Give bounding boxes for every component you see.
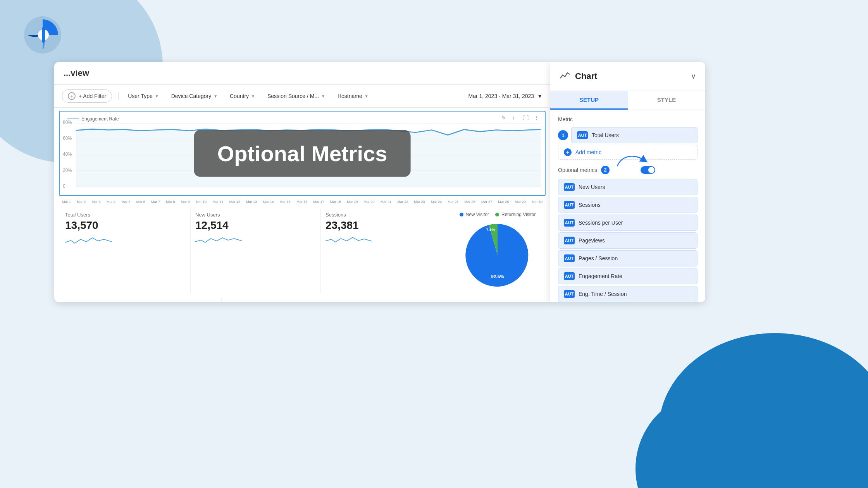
- filter-bar: + + Add Filter User Type ▼ Device Catego…: [54, 85, 550, 108]
- filter-session-source[interactable]: Session Source / M... ▼: [264, 91, 328, 101]
- edit-icon[interactable]: ✎: [501, 115, 509, 122]
- primary-metric-name: Total Users: [592, 132, 692, 138]
- filter-separator: [118, 92, 119, 100]
- optional-metrics-text: Optional Metrics: [217, 141, 388, 166]
- add-filter-label: + Add Filter: [79, 93, 106, 99]
- filter-user-type-label: User Type: [128, 93, 153, 99]
- primary-metric-row[interactable]: AUT Total Users: [571, 127, 698, 143]
- filter-hostname[interactable]: Hostname ▼: [334, 91, 372, 101]
- svg-text:40%: 40%: [63, 151, 72, 156]
- add-filter-button[interactable]: + + Add Filter: [62, 89, 112, 103]
- optional-metric-new-users[interactable]: AUT New Users: [558, 179, 698, 195]
- x-axis-labels: Mar 1Mar 2Mar 3 Mar 4Mar 5Mar 6 Mar 7Mar…: [54, 199, 550, 204]
- filter-country-label: Country: [230, 93, 249, 99]
- sparkline-new-users: [195, 235, 242, 246]
- svg-text:7.5%: 7.5%: [486, 227, 495, 232]
- badge-1: 1: [558, 130, 568, 140]
- svg-rect-2: [42, 27, 45, 43]
- metric-badge-sessions: AUT: [564, 201, 575, 209]
- legend-dot-new: [460, 213, 463, 217]
- tab-style[interactable]: STYLE: [628, 91, 705, 110]
- legend-new-visitor: New Visitor: [460, 212, 489, 217]
- stat-sessions-per-user: Sessions per User 1.7: [60, 298, 222, 302]
- add-metric-label: Add metric: [575, 149, 601, 155]
- tab-row: SETUP STYLE: [550, 91, 705, 110]
- optional-metric-sessions-per-user[interactable]: AUT Sessions per User: [558, 215, 698, 231]
- optional-metrics-header-label: Optional metrics: [558, 167, 597, 173]
- logo: [23, 15, 62, 54]
- stat-pps-label: Pages / Session: [388, 301, 539, 302]
- date-range-picker[interactable]: Mar 1, 2023 - Mar 31, 2023 ▼: [468, 93, 542, 99]
- filter-user-type-arrow: ▼: [155, 94, 159, 98]
- tab-setup[interactable]: SETUP: [550, 91, 628, 110]
- svg-text:60%: 60%: [63, 136, 72, 141]
- chart-panel-header: Chart ∨: [550, 62, 705, 91]
- chart-toolbar: ✎ ↑ ⛶ ⋮: [501, 115, 542, 122]
- analytics-panel: ...view + + Add Filter User Type ▼ Devic…: [54, 62, 550, 302]
- add-metric-primary[interactable]: + Add metric: [558, 145, 698, 160]
- upload-icon[interactable]: ↑: [512, 115, 520, 122]
- expand-icon[interactable]: ⛶: [523, 115, 531, 122]
- arrow-annotation: [613, 164, 637, 176]
- optional-metric-engagement-rate[interactable]: AUT Engagement Rate: [558, 268, 698, 284]
- stat-new-users-value: 12,514: [195, 219, 316, 232]
- chart-line-label: Engagement Rate: [67, 116, 119, 122]
- stats-section-2: Sessions per User 1.7 Pageviews 99,321 P…: [54, 298, 550, 302]
- legend-dot-returning: [495, 213, 499, 217]
- pie-legend: New Visitor Returning Visitor: [456, 212, 539, 217]
- stat-pageviews: Pageviews 99,321: [222, 298, 383, 302]
- filter-hostname-label: Hostname: [338, 93, 362, 99]
- panel-content: Metric 1 AUT Total Users + Add metric Op…: [550, 110, 705, 302]
- metric-badge-er: AUT: [564, 272, 575, 280]
- panel-header: ...view: [54, 62, 550, 85]
- svg-text:0: 0: [63, 183, 65, 188]
- optional-metric-pageviews[interactable]: AUT Pageviews: [558, 232, 698, 249]
- legend-returning-visitor: Returning Visitor: [495, 212, 536, 217]
- legend-new-label: New Visitor: [466, 212, 489, 217]
- chart-panel-title: Chart: [560, 70, 597, 83]
- metric-name-sessions: Sessions: [579, 202, 692, 208]
- metric-name-pageviews: Pageviews: [579, 237, 692, 244]
- chart-settings-panel: Chart ∨ SETUP STYLE Metric 1 AUT Total U…: [550, 62, 705, 302]
- filter-device-arrow: ▼: [214, 94, 217, 98]
- date-range-label: Mar 1, 2023 - Mar 31, 2023: [468, 93, 534, 99]
- primary-metric-row-wrapper: 1 AUT Total Users: [558, 127, 698, 143]
- optional-metric-sessions[interactable]: AUT Sessions: [558, 197, 698, 213]
- filter-country[interactable]: Country ▼: [227, 91, 258, 101]
- add-metric-icon: +: [564, 148, 572, 156]
- stat-pageviews-label: Pageviews: [226, 301, 378, 302]
- chart-line-icon: [560, 70, 570, 83]
- stat-spu-label: Sessions per User: [65, 301, 217, 302]
- sparkline-total-users: [65, 235, 112, 246]
- filter-device-category[interactable]: Device Category ▼: [168, 91, 220, 101]
- metric-badge-new-users: AUT: [564, 183, 575, 191]
- sparkline-sessions: [326, 235, 372, 246]
- filter-session-label: Session Source / M...: [267, 93, 319, 99]
- filter-session-arrow: ▼: [321, 94, 325, 98]
- metric-name-pps: Pages / Session: [579, 255, 692, 261]
- optional-metric-pages-session[interactable]: AUT Pages / Session: [558, 250, 698, 266]
- filter-hostname-arrow: ▼: [365, 94, 369, 98]
- optional-metrics-overlay: Optional Metrics: [194, 130, 411, 177]
- optional-metrics-toggle[interactable]: [641, 166, 655, 174]
- pie-chart-section: New Visitor Returning Visitor 92.5% 7.5%: [451, 209, 544, 293]
- stat-new-users: New Users 12,514: [191, 209, 321, 293]
- svg-text:92.5%: 92.5%: [491, 274, 504, 279]
- filter-user-type[interactable]: User Type ▼: [125, 91, 162, 101]
- stat-new-users-label: New Users: [195, 212, 316, 218]
- date-range-arrow: ▼: [537, 93, 542, 99]
- metric-name-new-users: New Users: [579, 184, 692, 190]
- stat-sessions-label: Sessions: [326, 212, 446, 218]
- panel-collapse-button[interactable]: ∨: [691, 72, 696, 81]
- optional-metrics-header: Optional metrics 2: [558, 164, 698, 176]
- optional-metric-eng-time-session[interactable]: AUT Eng. Time / Session: [558, 286, 698, 302]
- metric-badge-pps: AUT: [564, 254, 575, 262]
- metric-section-label: Metric: [558, 116, 698, 122]
- stat-total-users-value: 13,570: [65, 219, 186, 232]
- more-icon[interactable]: ⋮: [534, 115, 542, 122]
- engagement-chart: ✎ ↑ ⛶ ⋮ Engagement Rate 80% 60% 40% 20% …: [59, 111, 546, 196]
- stat-total-users-label: Total Users: [65, 212, 186, 218]
- filter-device-label: Device Category: [171, 93, 212, 99]
- filter-country-arrow: ▼: [251, 94, 255, 98]
- metric-badge-spu: AUT: [564, 219, 575, 227]
